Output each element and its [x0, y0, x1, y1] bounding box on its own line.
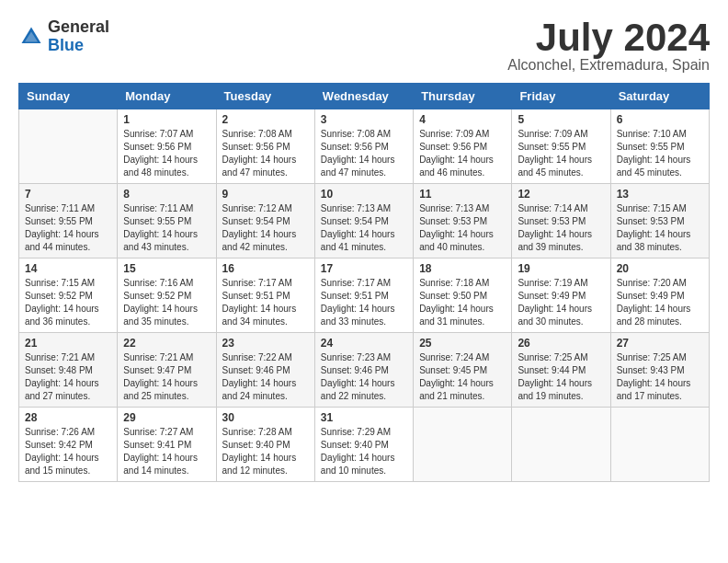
day-info: Sunrise: 7:24 AM Sunset: 9:45 PM Dayligh…	[419, 351, 506, 403]
day-cell	[19, 109, 118, 184]
calendar-header: SundayMondayTuesdayWednesdayThursdayFrid…	[19, 84, 710, 109]
day-cell: 1Sunrise: 7:07 AM Sunset: 9:56 PM Daylig…	[118, 109, 216, 184]
day-cell: 13Sunrise: 7:15 AM Sunset: 9:53 PM Dayli…	[610, 184, 709, 259]
day-number: 2	[222, 113, 309, 126]
logo-text: General Blue	[48, 18, 109, 55]
header-cell-friday: Friday	[512, 84, 610, 109]
day-info: Sunrise: 7:07 AM Sunset: 9:56 PM Dayligh…	[123, 128, 210, 179]
logo: General Blue	[18, 18, 109, 55]
logo-icon	[18, 24, 44, 50]
day-info: Sunrise: 7:21 AM Sunset: 9:47 PM Dayligh…	[123, 351, 210, 403]
header-cell-wednesday: Wednesday	[314, 84, 413, 109]
day-cell: 18Sunrise: 7:18 AM Sunset: 9:50 PM Dayli…	[414, 259, 512, 333]
day-number: 4	[419, 113, 506, 126]
day-cell: 19Sunrise: 7:19 AM Sunset: 9:49 PM Dayli…	[512, 259, 610, 333]
day-number: 28	[25, 411, 111, 424]
day-info: Sunrise: 7:10 AM Sunset: 9:55 PM Dayligh…	[617, 128, 703, 179]
day-cell: 10Sunrise: 7:13 AM Sunset: 9:54 PM Dayli…	[314, 184, 413, 259]
day-number: 24	[321, 337, 407, 350]
day-cell	[610, 408, 709, 482]
day-number: 31	[321, 411, 407, 424]
day-cell: 25Sunrise: 7:24 AM Sunset: 9:45 PM Dayli…	[414, 333, 512, 408]
header-cell-sunday: Sunday	[19, 84, 118, 109]
day-info: Sunrise: 7:09 AM Sunset: 9:55 PM Dayligh…	[518, 128, 604, 179]
logo-blue: Blue	[48, 37, 109, 55]
day-info: Sunrise: 7:17 AM Sunset: 9:51 PM Dayligh…	[222, 277, 309, 328]
day-info: Sunrise: 7:13 AM Sunset: 9:54 PM Dayligh…	[321, 202, 407, 254]
day-cell: 28Sunrise: 7:26 AM Sunset: 9:42 PM Dayli…	[19, 408, 118, 482]
day-cell: 4Sunrise: 7:09 AM Sunset: 9:56 PM Daylig…	[414, 109, 512, 184]
day-info: Sunrise: 7:29 AM Sunset: 9:40 PM Dayligh…	[321, 426, 407, 477]
day-number: 14	[25, 262, 111, 275]
day-cell: 30Sunrise: 7:28 AM Sunset: 9:40 PM Dayli…	[216, 408, 314, 482]
day-cell: 29Sunrise: 7:27 AM Sunset: 9:41 PM Dayli…	[118, 408, 216, 482]
day-cell: 9Sunrise: 7:12 AM Sunset: 9:54 PM Daylig…	[216, 184, 314, 259]
day-cell: 21Sunrise: 7:21 AM Sunset: 9:48 PM Dayli…	[19, 333, 118, 408]
month-title: July 2024	[507, 18, 710, 57]
day-cell: 8Sunrise: 7:11 AM Sunset: 9:55 PM Daylig…	[118, 184, 216, 259]
day-info: Sunrise: 7:08 AM Sunset: 9:56 PM Dayligh…	[222, 128, 309, 179]
calendar-table: SundayMondayTuesdayWednesdayThursdayFrid…	[18, 83, 710, 482]
week-row-1: 1Sunrise: 7:07 AM Sunset: 9:56 PM Daylig…	[19, 109, 710, 184]
day-number: 8	[123, 188, 210, 201]
day-info: Sunrise: 7:21 AM Sunset: 9:48 PM Dayligh…	[25, 351, 111, 403]
day-number: 26	[518, 337, 604, 350]
day-info: Sunrise: 7:22 AM Sunset: 9:46 PM Dayligh…	[222, 351, 309, 403]
day-info: Sunrise: 7:20 AM Sunset: 9:49 PM Dayligh…	[617, 277, 703, 328]
day-number: 29	[123, 411, 210, 424]
day-cell: 17Sunrise: 7:17 AM Sunset: 9:51 PM Dayli…	[314, 259, 413, 333]
day-cell: 14Sunrise: 7:15 AM Sunset: 9:52 PM Dayli…	[19, 259, 118, 333]
header-cell-saturday: Saturday	[610, 84, 709, 109]
day-info: Sunrise: 7:12 AM Sunset: 9:54 PM Dayligh…	[222, 202, 309, 254]
day-info: Sunrise: 7:16 AM Sunset: 9:52 PM Dayligh…	[123, 277, 210, 328]
day-number: 16	[222, 262, 309, 275]
day-info: Sunrise: 7:25 AM Sunset: 9:44 PM Dayligh…	[518, 351, 604, 403]
week-row-4: 21Sunrise: 7:21 AM Sunset: 9:48 PM Dayli…	[19, 333, 710, 408]
week-row-5: 28Sunrise: 7:26 AM Sunset: 9:42 PM Dayli…	[19, 408, 710, 482]
day-cell	[512, 408, 610, 482]
day-info: Sunrise: 7:18 AM Sunset: 9:50 PM Dayligh…	[419, 277, 506, 328]
day-cell: 2Sunrise: 7:08 AM Sunset: 9:56 PM Daylig…	[216, 109, 314, 184]
day-number: 17	[321, 262, 407, 275]
day-number: 20	[617, 262, 703, 275]
day-info: Sunrise: 7:23 AM Sunset: 9:46 PM Dayligh…	[321, 351, 407, 403]
day-cell: 31Sunrise: 7:29 AM Sunset: 9:40 PM Dayli…	[314, 408, 413, 482]
day-info: Sunrise: 7:15 AM Sunset: 9:52 PM Dayligh…	[25, 277, 111, 328]
day-info: Sunrise: 7:27 AM Sunset: 9:41 PM Dayligh…	[123, 426, 210, 477]
day-number: 19	[518, 262, 604, 275]
location-title: Alconchel, Extremadura, Spain	[507, 57, 710, 74]
day-cell: 3Sunrise: 7:08 AM Sunset: 9:56 PM Daylig…	[314, 109, 413, 184]
day-cell: 11Sunrise: 7:13 AM Sunset: 9:53 PM Dayli…	[414, 184, 512, 259]
day-cell: 16Sunrise: 7:17 AM Sunset: 9:51 PM Dayli…	[216, 259, 314, 333]
day-number: 12	[518, 188, 604, 201]
page-header: General Blue July 2024 Alconchel, Extrem…	[18, 18, 710, 74]
day-info: Sunrise: 7:15 AM Sunset: 9:53 PM Dayligh…	[617, 202, 703, 254]
day-number: 27	[617, 337, 703, 350]
logo-general: General	[48, 18, 109, 37]
day-number: 9	[222, 188, 309, 201]
day-number: 10	[321, 188, 407, 201]
day-info: Sunrise: 7:11 AM Sunset: 9:55 PM Dayligh…	[25, 202, 111, 254]
day-cell	[414, 408, 512, 482]
day-number: 21	[25, 337, 111, 350]
day-info: Sunrise: 7:28 AM Sunset: 9:40 PM Dayligh…	[222, 426, 309, 477]
calendar-body: 1Sunrise: 7:07 AM Sunset: 9:56 PM Daylig…	[19, 109, 710, 482]
day-number: 6	[617, 113, 703, 126]
day-number: 13	[617, 188, 703, 201]
day-info: Sunrise: 7:11 AM Sunset: 9:55 PM Dayligh…	[123, 202, 210, 254]
day-number: 25	[419, 337, 506, 350]
day-cell: 20Sunrise: 7:20 AM Sunset: 9:49 PM Dayli…	[610, 259, 709, 333]
day-number: 15	[123, 262, 210, 275]
title-area: July 2024 Alconchel, Extremadura, Spain	[507, 18, 710, 74]
day-number: 22	[123, 337, 210, 350]
day-info: Sunrise: 7:26 AM Sunset: 9:42 PM Dayligh…	[25, 426, 111, 477]
day-cell: 5Sunrise: 7:09 AM Sunset: 9:55 PM Daylig…	[512, 109, 610, 184]
day-cell: 26Sunrise: 7:25 AM Sunset: 9:44 PM Dayli…	[512, 333, 610, 408]
day-cell: 6Sunrise: 7:10 AM Sunset: 9:55 PM Daylig…	[610, 109, 709, 184]
day-number: 7	[25, 188, 111, 201]
header-cell-tuesday: Tuesday	[216, 84, 314, 109]
day-info: Sunrise: 7:13 AM Sunset: 9:53 PM Dayligh…	[419, 202, 506, 254]
day-info: Sunrise: 7:19 AM Sunset: 9:49 PM Dayligh…	[518, 277, 604, 328]
week-row-2: 7Sunrise: 7:11 AM Sunset: 9:55 PM Daylig…	[19, 184, 710, 259]
day-number: 23	[222, 337, 309, 350]
